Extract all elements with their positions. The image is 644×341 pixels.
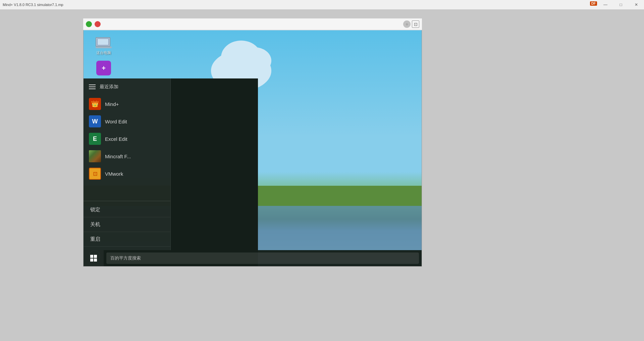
desktop-icon-purple[interactable]: +: [90, 61, 117, 75]
hamburger-icon[interactable]: [89, 84, 96, 89]
app-label-minecraft: Mincraft F...: [105, 154, 131, 159]
df-badge: DF: [590, 1, 597, 6]
laptop-screen: [97, 39, 109, 45]
shutdown-button[interactable]: 关机: [84, 217, 170, 232]
mindplus-icon: 👑: [89, 98, 101, 110]
vmwork-icon: ⊡: [89, 168, 101, 180]
search-placeholder-text: 百的平方度搜索: [110, 255, 141, 261]
stop-button[interactable]: [95, 21, 101, 27]
desktop: 这台电脑 + 最近添加: [84, 31, 422, 266]
ham-line-2: [89, 87, 96, 87]
recently-added-label: 最近添加: [100, 84, 118, 90]
windows-logo: [90, 255, 97, 262]
close-button[interactable]: ✕: [629, 0, 644, 9]
app-label-word-edit: Word Edit: [105, 119, 127, 124]
win-sq-3: [90, 259, 93, 262]
app-item-mindplus[interactable]: 👑 Mind+: [84, 95, 170, 113]
minimize-button[interactable]: —: [598, 0, 613, 9]
app-item-excel-edit[interactable]: E Excel Edit: [84, 130, 170, 148]
sim-toolbar: ○ ⊡: [83, 18, 422, 30]
search-bar[interactable]: 百的平方度搜索: [106, 252, 419, 264]
app-item-minecraft[interactable]: Mincraft F...: [84, 148, 170, 165]
app-label-vmwork: VMwork: [105, 171, 123, 177]
titlebar-title: Mind+ V1.8.0 RC3.1 simulator7.1.mp: [3, 3, 63, 7]
app-label-excel-edit: Excel Edit: [105, 136, 127, 142]
app-item-word-edit[interactable]: W Word Edit: [84, 113, 170, 130]
sim-window: 这台电脑 + 最近添加: [83, 18, 422, 267]
desktop-icons: 这台电脑 +: [90, 37, 117, 81]
apps-list: 👑 Mind+ W Word Edit E Excel Edit: [84, 93, 170, 201]
titlebar-controls: DF — □ ✕: [598, 0, 644, 9]
computer-icon: [96, 37, 112, 49]
win-sq-1: [90, 255, 93, 258]
excel-edit-icon: E: [89, 133, 101, 145]
start-menu: 最近添加 👑 Mind+ W Word Edit: [84, 78, 258, 266]
desktop-icon-computer[interactable]: 这台电脑: [90, 37, 117, 55]
computer-label: 这台电脑: [96, 50, 111, 55]
laptop-body: [96, 37, 110, 47]
sim-maximize-button[interactable]: ⊡: [412, 20, 419, 28]
titlebar: Mind+ V1.8.0 RC3.1 simulator7.1.mp DF — …: [0, 0, 644, 9]
app-label-mindplus: Mind+: [105, 101, 119, 107]
restart-button[interactable]: 重启: [84, 232, 170, 247]
laptop-base: [96, 47, 112, 48]
taskbar: 百的平方度搜索: [84, 250, 422, 266]
ham-line-3: [89, 89, 96, 89]
maximize-button[interactable]: □: [613, 0, 629, 9]
word-edit-icon: W: [89, 115, 101, 127]
app-item-vmwork[interactable]: ⊡ VMwork: [84, 165, 170, 182]
win-sq-4: [94, 259, 97, 262]
start-left-panel: 最近添加 👑 Mind+ W Word Edit: [84, 78, 171, 266]
win-sq-2: [94, 255, 97, 258]
lock-button[interactable]: 锁定: [84, 203, 170, 217]
purple-app-icon: +: [96, 61, 111, 75]
sim-window-controls: ○ ⊡: [403, 20, 419, 28]
run-button[interactable]: [86, 21, 92, 27]
minecraft-icon: [89, 150, 101, 162]
ham-line-1: [89, 84, 96, 85]
start-header: 最近添加: [84, 78, 170, 93]
start-button[interactable]: [84, 250, 104, 266]
start-right-panel: [171, 78, 258, 266]
sim-minimize-button[interactable]: ○: [403, 20, 411, 28]
